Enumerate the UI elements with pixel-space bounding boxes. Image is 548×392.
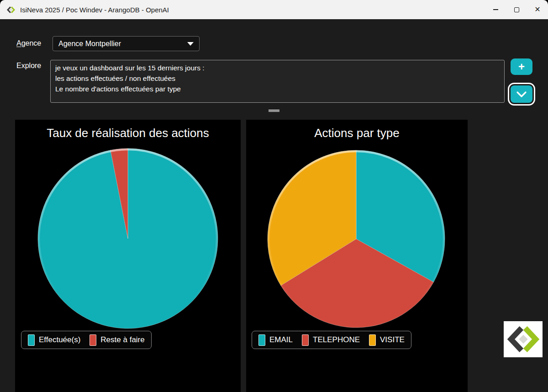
title-bar: IsiNeva 2025 / Poc Windev - ArangoDB - O… (0, 0, 548, 19)
splitter-grip[interactable] (269, 109, 279, 112)
agence-combobox-value: Agence Montpellier (58, 40, 121, 48)
explore-input[interactable]: je veux un dashboard sur les 15 derniers… (50, 60, 505, 103)
legend-swatch (369, 334, 376, 346)
expand-button[interactable] (511, 85, 532, 103)
legend-swatch (258, 334, 265, 346)
legend-swatch (302, 334, 309, 346)
legend-swatch (28, 334, 35, 346)
add-button[interactable]: + (511, 58, 532, 75)
legend-item: Effectuée(s) (28, 334, 80, 346)
legend-label: Effectuée(s) (39, 335, 80, 344)
pie-chart-realisation (37, 147, 219, 330)
legend-item: EMAIL (258, 334, 293, 346)
agence-combobox[interactable]: Agence Montpellier (53, 36, 200, 51)
maximize-button[interactable] (506, 0, 527, 19)
chart-panel-realisation: Taux de réalisation des actions Effectué… (15, 120, 241, 392)
explore-label: Explore (16, 62, 41, 70)
agence-label-rest: gence (21, 39, 42, 47)
main-content: Agence Agence Montpellier Explore je veu… (0, 19, 548, 392)
legend-item: Reste à faire (90, 334, 144, 346)
expand-button-focus-ring (508, 83, 535, 106)
chart-title: Actions par type (246, 126, 468, 140)
app-logo-icon (6, 5, 16, 14)
window-title: IsiNeva 2025 / Poc Windev - ArangoDB - O… (20, 6, 169, 14)
chart-panel-types: Actions par type EMAILTELEPHONEVISITE (246, 120, 468, 392)
legend-swatch (90, 334, 96, 346)
legend-label: EMAIL (269, 335, 293, 344)
chevron-down-icon (516, 91, 527, 98)
legend-label: Reste à faire (100, 335, 144, 344)
close-icon: ✕ (534, 6, 540, 13)
legend-item: VISITE (369, 334, 405, 346)
window-controls: ✕ (485, 0, 548, 19)
agence-label: Agence (16, 39, 41, 48)
agence-label-accel: A (16, 39, 21, 47)
chart-legend: EMAILTELEPHONEVISITE (252, 331, 411, 349)
isineva-logo (504, 321, 543, 357)
chevron-down-icon (187, 42, 194, 46)
minimize-icon (493, 9, 498, 10)
legend-label: TELEPHONE (313, 335, 360, 344)
close-button[interactable]: ✕ (527, 0, 548, 19)
chart-legend: Effectuée(s)Reste à faire (21, 331, 152, 349)
legend-label: VISITE (380, 335, 405, 344)
legend-item: TELEPHONE (302, 334, 360, 346)
maximize-icon (514, 7, 519, 12)
minimize-button[interactable] (485, 0, 506, 19)
chart-title: Taux de réalisation des actions (15, 126, 241, 140)
pie-chart-types (266, 149, 446, 329)
